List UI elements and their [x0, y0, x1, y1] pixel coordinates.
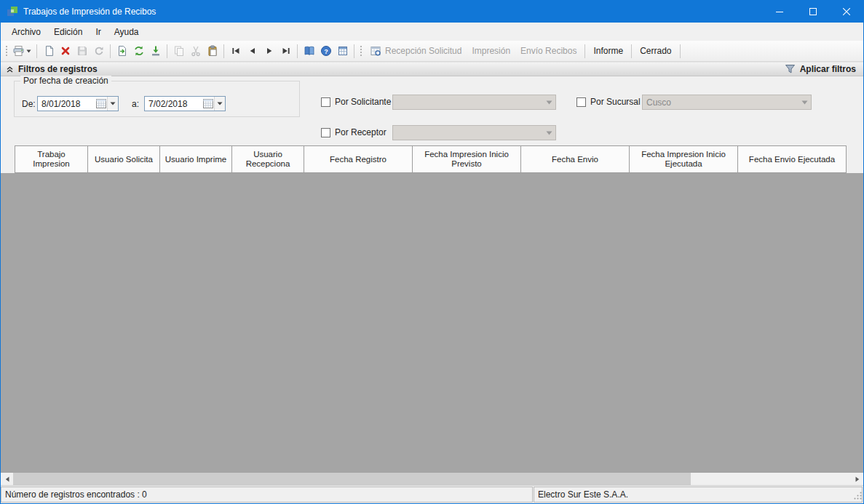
- cerrado-label: Cerrado: [640, 46, 671, 56]
- scroll-right-button[interactable]: [851, 473, 863, 485]
- filter-header-bar: Filtros de registros Aplicar filtros: [1, 62, 863, 76]
- chevron-down-icon: [543, 100, 555, 105]
- date-from-dropdown[interactable]: [107, 97, 118, 111]
- chevron-up-icon: [6, 65, 14, 73]
- export-icon: [116, 45, 128, 57]
- window-controls: [763, 1, 863, 23]
- cut-button: [187, 42, 204, 60]
- date-group-title: Por fecha de creación: [20, 76, 111, 86]
- menu-archivo[interactable]: Archivo: [5, 23, 47, 41]
- grid-empty-area: [1, 173, 863, 473]
- book-button[interactable]: [301, 42, 317, 60]
- column-header-fecha-registro[interactable]: Fecha Registro: [304, 145, 413, 173]
- copy-icon: [173, 45, 185, 57]
- maximize-icon: [809, 8, 817, 15]
- column-header-usuario-recepciona[interactable]: Usuario Recepciona: [231, 145, 304, 173]
- por-solicitante-checkbox[interactable]: Por Solicitante: [321, 97, 391, 107]
- maximize-button[interactable]: [796, 1, 830, 23]
- close-button[interactable]: [830, 1, 863, 23]
- date-from-label: De:: [22, 99, 36, 109]
- toolbar-separator: [354, 44, 354, 58]
- toolbar: ? Recepción Solicitud Impresión: [1, 41, 863, 62]
- date-to-picker[interactable]: 7/02/2018: [144, 96, 226, 111]
- nav-next-button[interactable]: [261, 42, 277, 60]
- impresion-label: Impresión: [472, 46, 510, 56]
- toolbar-separator: [631, 44, 632, 58]
- delete-button[interactable]: [57, 42, 74, 60]
- column-header-usuario-imprime[interactable]: Usuario Imprime: [159, 145, 232, 173]
- nav-first-button[interactable]: [227, 42, 244, 60]
- column-header-fecha-impresion-inicio-ejecutada[interactable]: Fecha Impresion Inicio Ejecutada: [629, 145, 738, 173]
- help-button[interactable]: ?: [317, 42, 334, 60]
- toolbar-separator: [167, 44, 167, 58]
- apply-filters-label: Aplicar filtros: [800, 64, 856, 74]
- window-title: Trabajos de Impresión de Recibos: [23, 7, 156, 17]
- refresh-data-button[interactable]: [130, 42, 147, 60]
- column-header-usuario-solicita[interactable]: Usuario Solicita: [87, 145, 160, 173]
- menu-ir[interactable]: Ir: [89, 23, 107, 41]
- receptor-combo: [392, 125, 556, 140]
- resize-grip[interactable]: [853, 491, 863, 503]
- paste-icon: [207, 45, 218, 57]
- new-document-button[interactable]: [40, 42, 57, 60]
- nav-last-button[interactable]: [277, 42, 294, 60]
- toolbar-separator: [680, 44, 681, 58]
- column-header-fecha-envio-ejecutada[interactable]: Fecha Envio Ejecutada: [737, 145, 847, 173]
- print-dropdown-icon: [26, 49, 31, 53]
- minimize-button[interactable]: [763, 1, 796, 23]
- save-button: [74, 42, 90, 60]
- filter-panel: Por fecha de creación De: 8/01/2018 a: 7…: [1, 76, 863, 145]
- paste-button[interactable]: [204, 42, 221, 60]
- nav-previous-button[interactable]: [244, 42, 261, 60]
- records-count-text: Número de registros encontrados : 0: [5, 489, 147, 500]
- solicitante-combo: [392, 95, 556, 110]
- date-from-picker[interactable]: 8/01/2018: [37, 96, 119, 111]
- column-header-fecha-impresion-inicio-previsto[interactable]: Fecha Impresion Inicio Previsto: [412, 145, 521, 173]
- calendar-icon: [95, 99, 107, 108]
- sucursal-combo: Cusco: [642, 95, 812, 110]
- book-icon: [304, 45, 315, 57]
- scrollbar-track[interactable]: [691, 473, 851, 485]
- chevron-down-icon: [798, 100, 811, 105]
- print-icon: [12, 45, 25, 57]
- por-solicitante-label: Por Solicitante: [335, 97, 391, 107]
- new-document-icon: [43, 45, 55, 57]
- copy-button: [170, 42, 187, 60]
- por-receptor-label: Por Receptor: [335, 127, 387, 137]
- print-button[interactable]: [10, 42, 33, 60]
- toolbar-separator: [110, 44, 111, 58]
- calculator-icon: [337, 45, 349, 57]
- scrollbar-thumb[interactable]: [13, 473, 691, 485]
- cerrado-button[interactable]: Cerrado: [635, 42, 676, 60]
- menu-edicion[interactable]: Edición: [47, 23, 89, 41]
- funnel-icon: [785, 64, 796, 74]
- por-sucursal-label: Por Sucursal: [590, 97, 641, 107]
- horizontal-scrollbar[interactable]: [1, 473, 863, 485]
- date-to-dropdown[interactable]: [214, 97, 225, 111]
- por-sucursal-checkbox[interactable]: Por Sucursal: [576, 97, 641, 107]
- import-icon: [150, 45, 162, 57]
- chevron-down-icon: [217, 102, 223, 105]
- import-button[interactable]: [147, 42, 164, 60]
- collapse-filters-button[interactable]: [6, 65, 14, 73]
- company-text: Electro Sur Este S.A.A.: [538, 489, 628, 500]
- informe-button[interactable]: Informe: [588, 42, 628, 60]
- recepcion-solicitud-label: Recepción Solicitud: [385, 46, 461, 56]
- menu-ayuda[interactable]: Ayuda: [108, 23, 146, 41]
- scroll-left-button[interactable]: [1, 473, 13, 485]
- date-to-label: a:: [132, 99, 139, 109]
- por-receptor-checkbox[interactable]: Por Receptor: [321, 127, 387, 137]
- calculator-button[interactable]: [334, 42, 351, 60]
- column-header-trabajo-impresion[interactable]: Trabajo Impresion: [15, 145, 88, 173]
- toolbar-separator: [223, 44, 224, 58]
- envio-recibos-button: Envío Recibos: [515, 42, 582, 60]
- apply-filters-button[interactable]: Aplicar filtros: [782, 64, 858, 74]
- toolbar-separator: [297, 44, 298, 58]
- toolbar-separator: [584, 44, 585, 58]
- minimize-icon: [776, 8, 783, 15]
- envio-recibos-label: Envío Recibos: [520, 46, 576, 56]
- export-button[interactable]: [114, 42, 130, 60]
- column-header-fecha-envio[interactable]: Fecha Envio: [520, 145, 630, 173]
- toolbar-grip: [360, 44, 362, 57]
- chevron-down-icon: [110, 102, 116, 105]
